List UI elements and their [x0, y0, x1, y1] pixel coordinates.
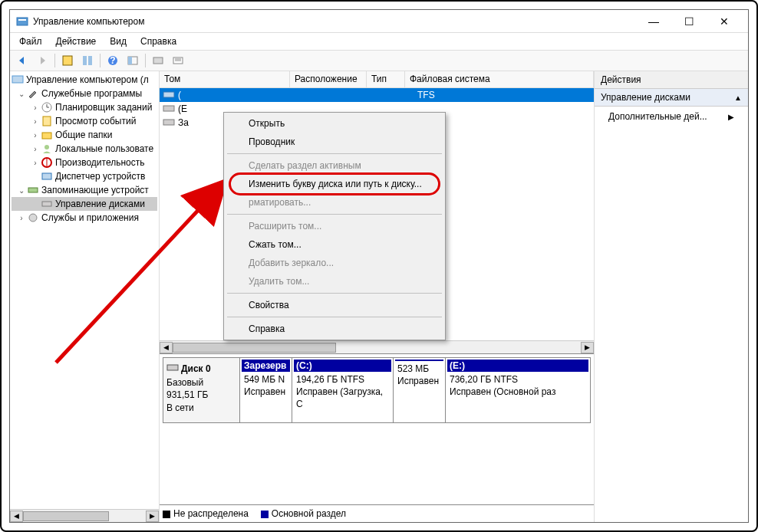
volume-icon: [163, 102, 175, 117]
ctx-mirror: Добавить зеркало...: [226, 254, 443, 272]
tools-icon: [27, 87, 39, 100]
disk-status: В сети: [166, 402, 236, 414]
app-icon: [16, 15, 28, 28]
menubar: Файл Действие Вид Справка: [10, 33, 748, 50]
actions-pane: Действия Управление дисками ▲ Дополнител…: [595, 71, 748, 522]
col-layout[interactable]: Расположение: [290, 71, 367, 87]
actions-section[interactable]: Управление дисками ▲: [595, 89, 748, 107]
col-type[interactable]: Тип: [367, 71, 405, 87]
scroll-left-icon[interactable]: ◀: [10, 511, 23, 522]
menu-help[interactable]: Справка: [134, 34, 183, 48]
ctx-properties[interactable]: Свойства: [226, 296, 443, 314]
view-button[interactable]: [78, 52, 97, 69]
properties-button[interactable]: [58, 52, 77, 69]
event-icon: [41, 115, 53, 127]
expand-icon[interactable]: ›: [30, 159, 41, 167]
svg-rect-3: [83, 56, 87, 65]
menu-file[interactable]: Файл: [13, 34, 48, 48]
svg-rect-8: [128, 57, 132, 64]
disk-size: 931,51 ГБ: [166, 389, 236, 401]
close-button[interactable]: ✕: [707, 11, 742, 32]
scroll-right-icon[interactable]: ▶: [146, 511, 159, 522]
disk-info: Диск 0 Базовый 931,51 ГБ В сети: [163, 358, 240, 422]
svg-text:?: ?: [110, 55, 115, 66]
ctx-format: рматировать...: [226, 193, 443, 212]
legend-unallocated: Не распределена: [173, 508, 249, 519]
svg-rect-2: [63, 56, 72, 65]
tree-hscroll[interactable]: ◀ ▶: [10, 509, 159, 522]
svg-rect-1: [18, 19, 26, 21]
col-filesystem[interactable]: Файловая система: [405, 71, 594, 87]
volume-icon: [163, 88, 175, 103]
partition[interactable]: 523 МБИсправен: [394, 358, 446, 422]
expand-icon[interactable]: ›: [30, 145, 41, 153]
partition-title: Зарезерв: [242, 360, 290, 372]
expand-icon[interactable]: ›: [30, 131, 41, 140]
expand-icon[interactable]: ⌄: [16, 90, 27, 98]
legend: Не распределена Основной раздел: [160, 504, 594, 522]
disk-type: Базовый: [166, 376, 236, 389]
expand-icon[interactable]: ›: [30, 117, 41, 126]
svg-rect-23: [28, 188, 38, 192]
ctx-change-letter[interactable]: Изменить букву диска или путь к диску...: [226, 175, 443, 193]
expand-icon[interactable]: ›: [30, 103, 41, 112]
svg-rect-9: [153, 57, 163, 64]
tree-event-viewer[interactable]: Просмотр событий: [55, 116, 136, 126]
minimize-button[interactable]: —: [636, 11, 671, 32]
tree-disk-management[interactable]: Управление дисками: [55, 199, 145, 209]
disk-icon: [166, 361, 179, 376]
collapse-icon[interactable]: ▲: [734, 94, 742, 102]
tree-services[interactable]: Службы и приложения: [41, 212, 139, 223]
toolbar: ?: [10, 50, 748, 71]
disk-name: Диск 0: [181, 363, 211, 375]
expand-icon[interactable]: ⌄: [16, 186, 27, 195]
ctx-shrink[interactable]: Сжать том...: [226, 235, 443, 254]
ctx-explorer[interactable]: Проводник: [226, 133, 443, 151]
svg-rect-24: [42, 202, 51, 206]
menu-view[interactable]: Вид: [104, 34, 133, 48]
col-volume[interactable]: Том: [160, 71, 290, 87]
refresh-button[interactable]: [124, 52, 142, 69]
ctx-open[interactable]: Открыть: [226, 114, 443, 133]
menu-action[interactable]: Действие: [50, 34, 103, 48]
help-button[interactable]: ?: [104, 52, 122, 69]
tree-pane[interactable]: Управление компьютером (л ⌄Служебные про…: [10, 71, 160, 522]
tree-device-manager[interactable]: Диспетчер устройств: [55, 171, 145, 182]
scroll-right-icon[interactable]: ▶: [581, 342, 594, 353]
tree-storage[interactable]: Запоминающие устройст: [41, 185, 149, 195]
tree-performance[interactable]: Производительность: [55, 157, 144, 168]
tree-shared-folders[interactable]: Общие папки: [55, 130, 112, 140]
tree-system-tools[interactable]: Служебные программы: [41, 88, 142, 99]
expand-icon[interactable]: ›: [16, 214, 27, 222]
actions-more[interactable]: Дополнительные дей... ▶: [595, 107, 748, 126]
nav-fwd-button[interactable]: [33, 52, 51, 69]
scroll-left-icon[interactable]: ◀: [160, 342, 173, 353]
actions-header: Действия: [595, 71, 748, 89]
tool-extra2[interactable]: [169, 52, 187, 69]
tree-root[interactable]: Управление компьютером (л: [26, 74, 149, 85]
volume-label: (: [178, 90, 293, 100]
maximize-button[interactable]: ☐: [671, 11, 707, 32]
tree-local-users[interactable]: Локальные пользовате: [55, 143, 153, 154]
submenu-icon: ▶: [728, 113, 734, 121]
nav-back-button[interactable]: [13, 52, 31, 69]
disk-row[interactable]: Диск 0 Базовый 931,51 ГБ В сети Зарезерв…: [163, 357, 591, 423]
svg-point-25: [29, 214, 37, 222]
volume-row[interactable]: ( TFS: [160, 88, 594, 102]
svg-rect-13: [12, 76, 23, 83]
window-title: Управление компьютером: [33, 16, 636, 27]
svg-rect-26: [163, 92, 174, 97]
volume-hscroll[interactable]: ◀ ▶: [160, 340, 594, 353]
partition[interactable]: Зарезерв 549 МБ NИсправен: [240, 358, 292, 422]
partition[interactable]: (E:) 736,20 ГБ NTFSИсправен (Основной ра…: [446, 358, 590, 422]
shared-folders-icon: [41, 129, 53, 141]
partition[interactable]: (C:) 194,26 ГБ NTFSИсправен (Загрузка, С: [292, 358, 394, 422]
volume-icon: [163, 116, 175, 130]
legend-primary: Основной раздел: [272, 508, 346, 519]
storage-icon: [27, 184, 39, 196]
ctx-extend: Расширить том...: [226, 217, 443, 235]
tree-task-scheduler[interactable]: Планировщик заданий: [55, 102, 152, 113]
ctx-help[interactable]: Справка: [226, 320, 443, 338]
svg-point-19: [44, 145, 49, 149]
tool-extra1[interactable]: [149, 52, 167, 69]
